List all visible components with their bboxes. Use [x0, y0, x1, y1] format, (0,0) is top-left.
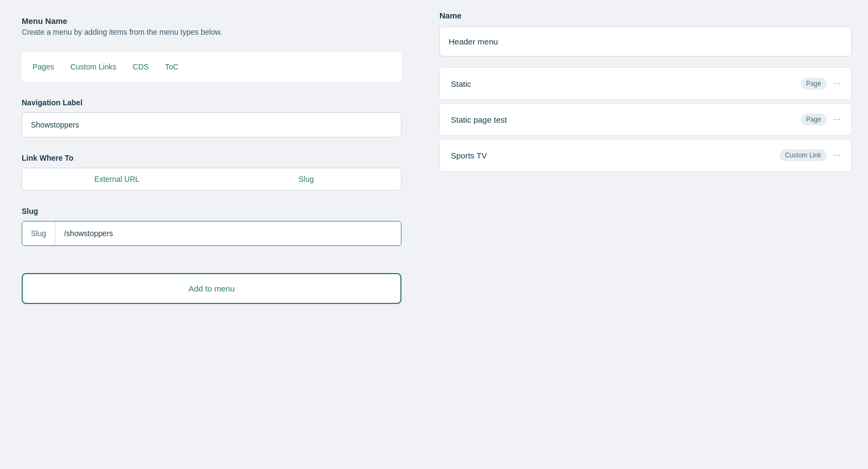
menu-item-name: Static [451, 79, 471, 88]
left-panel: Menu Name Create a menu by adding items … [0, 0, 423, 469]
slug-input[interactable] [55, 221, 401, 245]
menu-item: Static page test Page ··· [439, 103, 852, 136]
menu-item: Static Page ··· [439, 67, 852, 100]
slug-group: Slug Slug [22, 207, 401, 246]
slug-tab[interactable]: Slug [212, 168, 401, 190]
menu-item-name: Sports TV [451, 151, 487, 160]
navigation-label-input[interactable] [22, 112, 401, 137]
menu-item-right: Custom Link ··· [780, 149, 840, 161]
external-url-tab[interactable]: External URL [22, 168, 212, 190]
menu-item-more-icon[interactable]: ··· [833, 115, 840, 124]
add-to-menu-button[interactable]: Add to menu [22, 273, 401, 304]
slug-label: Slug [22, 207, 401, 216]
menu-item-badge: Page [801, 78, 827, 90]
menu-name-input[interactable]: Header menu [439, 27, 852, 56]
menu-type-tabs: Pages Custom Links CDS ToC [22, 52, 401, 82]
link-where-to-tabs-container: External URL Slug [22, 168, 401, 191]
menu-item-more-icon[interactable]: ··· [833, 79, 840, 88]
menu-item-more-icon[interactable]: ··· [833, 150, 840, 160]
slug-input-row: Slug [22, 221, 401, 246]
menu-item-badge: Custom Link [780, 149, 827, 161]
menu-item: Sports TV Custom Link ··· [439, 139, 852, 172]
menu-name-subtitle: Create a menu by adding items from the m… [22, 28, 401, 36]
menu-item-name: Static page test [451, 115, 507, 124]
tab-cds[interactable]: CDS [133, 60, 149, 73]
menu-item-right: Page ··· [801, 78, 840, 90]
tab-custom-links[interactable]: Custom Links [71, 60, 117, 73]
menu-item-right: Page ··· [801, 113, 840, 125]
tab-pages[interactable]: Pages [33, 60, 54, 73]
navigation-label-group: Navigation Label [22, 98, 401, 137]
name-label: Name [439, 11, 852, 20]
menu-item-badge: Page [801, 113, 827, 125]
tab-toc[interactable]: ToC [165, 60, 178, 73]
link-where-to-label: Link Where To [22, 154, 401, 162]
menu-items-list: Static Page ··· Static page test Page ··… [439, 67, 852, 172]
menu-name-title: Menu Name [22, 16, 401, 26]
right-panel: Name Header menu Static Page ··· Static … [423, 0, 868, 469]
navigation-label-label: Navigation Label [22, 98, 401, 107]
slug-prefix: Slug [22, 221, 55, 245]
link-where-to-group: Link Where To External URL Slug [22, 154, 401, 191]
